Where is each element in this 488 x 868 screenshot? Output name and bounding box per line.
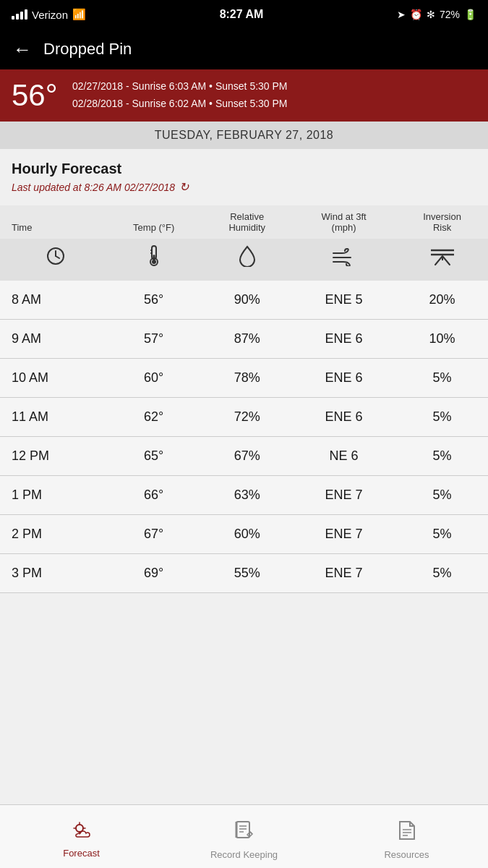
info-banner: 56° 02/27/2018 - Sunrise 6:03 AM • Sunse… bbox=[0, 69, 488, 122]
cell-humidity: 63% bbox=[202, 476, 291, 515]
col-header-temp: Temp (°F) bbox=[105, 205, 203, 239]
status-time: 8:27 AM bbox=[220, 8, 264, 21]
cell-temp: 69° bbox=[105, 554, 203, 593]
cell-time: 1 PM bbox=[0, 476, 105, 515]
alarm-icon: ⏰ bbox=[410, 9, 422, 20]
signal-bar-4 bbox=[25, 9, 27, 20]
signal-bars bbox=[12, 9, 27, 20]
tab-record-keeping[interactable]: Record Keeping bbox=[163, 805, 325, 868]
cell-temp: 65° bbox=[105, 437, 203, 476]
cell-inversion: 10% bbox=[396, 320, 488, 359]
time-icon bbox=[0, 239, 105, 281]
cell-temp: 62° bbox=[105, 398, 203, 437]
cell-humidity: 87% bbox=[202, 320, 291, 359]
tab-forecast[interactable]: Forecast bbox=[0, 805, 163, 868]
cell-temp: 67° bbox=[105, 515, 203, 554]
cell-humidity: 90% bbox=[202, 281, 291, 320]
signal-bar-3 bbox=[20, 12, 23, 20]
table-row: 12 PM 65° 67% NE 6 5% bbox=[0, 437, 488, 476]
cell-humidity: 78% bbox=[202, 359, 291, 398]
tab-resources-label: Resources bbox=[384, 849, 429, 860]
cell-inversion: 5% bbox=[396, 554, 488, 593]
status-left: Verizon 📶 bbox=[12, 8, 86, 21]
bluetooth-icon: ✻ bbox=[427, 9, 435, 20]
table-row: 10 AM 60° 78% ENE 6 5% bbox=[0, 359, 488, 398]
table-row: 1 PM 66° 63% ENE 7 5% bbox=[0, 476, 488, 515]
cell-time: 12 PM bbox=[0, 437, 105, 476]
cell-temp: 57° bbox=[105, 320, 203, 359]
sunrise-day2: 02/28/2018 - Sunrise 6:02 AM • Sunset 5:… bbox=[72, 95, 288, 113]
svg-point-8 bbox=[152, 260, 156, 264]
cell-humidity: 60% bbox=[202, 515, 291, 554]
cell-temp: 56° bbox=[105, 281, 203, 320]
signal-bar-2 bbox=[16, 14, 19, 20]
cell-time: 10 AM bbox=[0, 359, 105, 398]
cell-temp: 66° bbox=[105, 476, 203, 515]
col-header-humidity: RelativeHumidity bbox=[202, 205, 291, 239]
refresh-icon[interactable]: ↻ bbox=[179, 180, 189, 194]
cell-inversion: 5% bbox=[396, 515, 488, 554]
last-updated-row: Last updated at 8:26 AM 02/27/2018 ↻ bbox=[0, 180, 488, 205]
signal-bar-1 bbox=[12, 16, 14, 20]
cell-time: 3 PM bbox=[0, 554, 105, 593]
cell-inversion: 20% bbox=[396, 281, 488, 320]
cell-humidity: 67% bbox=[202, 437, 291, 476]
cell-inversion: 5% bbox=[396, 437, 488, 476]
nav-header: ← Dropped Pin bbox=[0, 29, 488, 69]
last-updated-text: Last updated at 8:26 AM 02/27/2018 bbox=[12, 182, 175, 193]
cell-temp: 60° bbox=[105, 359, 203, 398]
back-button[interactable]: ← bbox=[13, 38, 32, 61]
main-content: Hourly Forecast Last updated at 8:26 AM … bbox=[0, 149, 488, 605]
cell-time: 8 AM bbox=[0, 281, 105, 320]
forecast-tab-icon bbox=[70, 821, 93, 845]
status-bar: Verizon 📶 8:27 AM ➤ ⏰ ✻ 72% 🔋 bbox=[0, 0, 488, 29]
status-right: ➤ ⏰ ✻ 72% 🔋 bbox=[397, 9, 476, 20]
humidity-icon bbox=[202, 239, 291, 281]
cell-inversion: 5% bbox=[396, 398, 488, 437]
table-row: 11 AM 62° 72% ENE 6 5% bbox=[0, 398, 488, 437]
date-bar: TUESDAY, FEBRUARY 27, 2018 bbox=[0, 122, 488, 149]
carrier-label: Verizon bbox=[32, 9, 68, 21]
temp-icon bbox=[105, 239, 203, 281]
cell-wind: ENE 6 bbox=[291, 398, 396, 437]
location-icon: ➤ bbox=[397, 9, 406, 20]
cell-humidity: 72% bbox=[202, 398, 291, 437]
cell-time: 2 PM bbox=[0, 515, 105, 554]
cell-wind: ENE 6 bbox=[291, 359, 396, 398]
inversion-icon bbox=[396, 239, 488, 281]
svg-line-23 bbox=[250, 832, 252, 834]
cell-wind: ENE 6 bbox=[291, 320, 396, 359]
tab-record-keeping-label: Record Keeping bbox=[210, 849, 278, 860]
table-row: 3 PM 69° 55% ENE 7 5% bbox=[0, 554, 488, 593]
cell-wind: ENE 7 bbox=[291, 476, 396, 515]
battery-label: 72% bbox=[440, 9, 460, 20]
record-keeping-tab-icon bbox=[234, 820, 254, 846]
cell-inversion: 5% bbox=[396, 359, 488, 398]
cell-wind: ENE 7 bbox=[291, 515, 396, 554]
tab-resources[interactable]: Resources bbox=[325, 805, 488, 868]
svg-line-2 bbox=[56, 256, 59, 258]
table-row: 9 AM 57° 87% ENE 6 10% bbox=[0, 320, 488, 359]
section-title: Hourly Forecast bbox=[0, 161, 488, 180]
forecast-table: Time Temp (°F) RelativeHumidity Wind at … bbox=[0, 205, 488, 593]
cell-inversion: 5% bbox=[396, 476, 488, 515]
page-title: Dropped Pin bbox=[43, 40, 132, 59]
sunrise-day1: 02/27/2018 - Sunrise 6:03 AM • Sunset 5:… bbox=[72, 78, 288, 95]
cell-humidity: 55% bbox=[202, 554, 291, 593]
wifi-icon: 📶 bbox=[72, 8, 86, 21]
col-header-inversion: InversionRisk bbox=[396, 205, 488, 239]
cell-time: 11 AM bbox=[0, 398, 105, 437]
table-row: 2 PM 67° 60% ENE 7 5% bbox=[0, 515, 488, 554]
col-header-wind: Wind at 3ft(mph) bbox=[291, 205, 396, 239]
resources-tab-icon bbox=[398, 820, 416, 846]
table-row: 8 AM 56° 90% ENE 5 20% bbox=[0, 281, 488, 320]
cell-wind: NE 6 bbox=[291, 437, 396, 476]
cell-wind: ENE 5 bbox=[291, 281, 396, 320]
table-header-row: Time Temp (°F) RelativeHumidity Wind at … bbox=[0, 205, 488, 239]
current-temperature: 56° bbox=[12, 78, 62, 113]
wind-icon bbox=[291, 239, 396, 281]
tab-forecast-label: Forecast bbox=[63, 848, 100, 859]
sunrise-info: 02/27/2018 - Sunrise 6:03 AM • Sunset 5:… bbox=[72, 78, 288, 113]
col-header-time: Time bbox=[0, 205, 105, 239]
cell-time: 9 AM bbox=[0, 320, 105, 359]
